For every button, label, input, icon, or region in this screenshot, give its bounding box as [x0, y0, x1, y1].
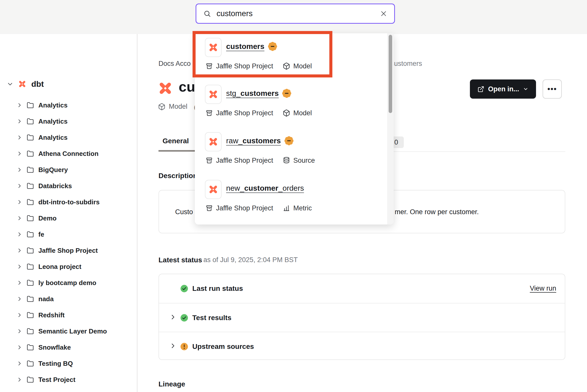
- sidebar-project-item[interactable]: UI refresh project: [0, 388, 137, 392]
- result-icon-box: [205, 85, 222, 104]
- sidebar-project-label: Databricks: [38, 182, 72, 190]
- chevron-right-icon[interactable]: [17, 296, 22, 302]
- tab-general[interactable]: General: [163, 137, 189, 145]
- sidebar-project-item[interactable]: BigQuery: [0, 162, 137, 178]
- global-search-box[interactable]: [196, 4, 395, 24]
- result-name[interactable]: raw_customers: [226, 136, 281, 145]
- search-results-dropdown: customers: [195, 33, 394, 225]
- sidebar-project-label: Analytics: [38, 101, 68, 109]
- sidebar-project-item[interactable]: Analytics: [0, 129, 137, 146]
- description-heading: Description: [158, 172, 197, 180]
- chevron-right-icon[interactable]: [17, 248, 22, 253]
- folder-icon: [27, 263, 34, 270]
- chevron-down-icon: [523, 86, 528, 92]
- search-input[interactable]: [217, 9, 375, 18]
- sidebar-project-label: BigQuery: [38, 166, 68, 174]
- open-in-label: Open in...: [488, 85, 519, 93]
- upstream-sources-row[interactable]: Upstream sources: [159, 332, 565, 360]
- latest-status-timestamp: as of Jul 9, 2025, 2:04 PM BST: [203, 256, 298, 264]
- folder-icon: [27, 279, 34, 286]
- sidebar-project-item[interactable]: Analytics: [0, 97, 137, 113]
- chevron-right-icon[interactable]: [17, 328, 22, 334]
- sidebar-project-item[interactable]: Leona project: [0, 259, 137, 275]
- result-name[interactable]: new_customer_orders: [226, 184, 304, 192]
- tree-root-dbt[interactable]: dbt: [7, 76, 44, 92]
- clear-search-icon[interactable]: [380, 10, 387, 17]
- result-name[interactable]: customers: [226, 42, 264, 51]
- result-name[interactable]: stg_customers: [226, 89, 279, 98]
- sidebar-project-item[interactable]: fe: [0, 226, 137, 242]
- chevron-right-icon[interactable]: [17, 361, 22, 366]
- sidebar-project-item[interactable]: Test Project: [0, 372, 137, 388]
- sidebar-project-label: Snowflake: [38, 344, 71, 351]
- result-title-link[interactable]: raw_customers: [226, 136, 294, 145]
- sidebar-project-label: Test Project: [38, 376, 75, 384]
- dbt-logo-icon: [208, 89, 219, 100]
- sidebar-project-label: Redshift: [38, 311, 65, 319]
- folder-icon: [27, 344, 34, 351]
- result-project-label: Jaffle Shop Project: [216, 62, 273, 70]
- search-result-item[interactable]: stg_customers: [195, 80, 387, 127]
- sidebar-project-label: Testing BQ: [38, 360, 73, 368]
- sidebar-project-item[interactable]: Analytics: [0, 113, 137, 129]
- result-title-link[interactable]: new_customer_orders: [226, 184, 304, 192]
- chevron-right-icon[interactable]: [170, 314, 176, 320]
- chevron-right-icon[interactable]: [17, 215, 22, 221]
- search-result-item[interactable]: customers: [195, 33, 387, 80]
- sidebar-project-label: Athena Connection: [38, 150, 98, 158]
- chevron-right-icon[interactable]: [17, 199, 22, 205]
- latest-status-card: Last run status View run Test results: [158, 274, 565, 360]
- result-title-link[interactable]: customers: [226, 42, 277, 51]
- dropdown-scrollbar-thumb[interactable]: [389, 35, 392, 113]
- chevron-right-icon[interactable]: [17, 102, 22, 108]
- result-project-label: Jaffle Shop Project: [216, 157, 273, 164]
- search-result-item[interactable]: raw_customers: [195, 128, 387, 174]
- sidebar-project-item[interactable]: Semantic Layer Demo: [0, 323, 137, 339]
- open-in-button[interactable]: Open in...: [470, 79, 536, 99]
- sidebar-project-item[interactable]: Jaffle Shop Project: [0, 242, 137, 259]
- dropdown-scrollbar-track[interactable]: [387, 33, 394, 225]
- chevron-right-icon[interactable]: [17, 167, 22, 173]
- result-type-label: Source: [293, 157, 315, 164]
- chevron-right-icon[interactable]: [17, 151, 22, 156]
- chevron-right-icon[interactable]: [17, 119, 22, 124]
- breadcrumb[interactable]: Docs Acco: [158, 60, 191, 68]
- sidebar-project-item[interactable]: Databricks: [0, 178, 137, 194]
- source-database-icon: [283, 157, 290, 164]
- folder-icon: [27, 182, 34, 189]
- sidebar-project-label: Semantic Layer Demo: [38, 327, 107, 335]
- chevron-right-icon[interactable]: [170, 343, 176, 349]
- chevron-right-icon[interactable]: [17, 345, 22, 350]
- sidebar-project-item[interactable]: dbt-intro-to-subdirs: [0, 194, 137, 210]
- last-run-status-row: Last run status View run: [159, 274, 565, 303]
- chevron-right-icon[interactable]: [17, 377, 22, 382]
- external-link-icon: [477, 86, 484, 93]
- chevron-right-icon[interactable]: [17, 183, 22, 189]
- chevron-right-icon[interactable]: [17, 264, 22, 269]
- chevron-right-icon[interactable]: [17, 312, 22, 318]
- test-results-row[interactable]: Test results: [159, 303, 565, 332]
- sidebar-project-item[interactable]: ly bootcamp demo: [0, 275, 137, 291]
- project-archive-icon: [205, 204, 213, 212]
- sidebar-project-item[interactable]: Snowflake: [0, 339, 137, 355]
- sidebar-project-item[interactable]: Redshift: [0, 307, 137, 323]
- more-actions-button[interactable]: •••: [543, 79, 562, 99]
- chevron-right-icon[interactable]: [17, 280, 22, 286]
- folder-icon: [27, 231, 34, 238]
- active-tab-underline: [158, 150, 199, 152]
- test-results-label: Test results: [192, 314, 231, 322]
- folder-icon: [27, 166, 34, 173]
- result-title-link[interactable]: stg_customers: [226, 89, 291, 98]
- chevron-down-icon[interactable]: [7, 81, 13, 87]
- sidebar-project-item[interactable]: Testing BQ: [0, 355, 137, 372]
- chevron-right-icon[interactable]: [17, 232, 22, 237]
- search-result-item[interactable]: new_customer_orders Jaffle Shop Project: [195, 175, 387, 224]
- view-run-link[interactable]: View run: [530, 285, 556, 292]
- dbt-logo-icon: [208, 184, 219, 195]
- folder-icon: [27, 328, 34, 335]
- latest-status-heading: Latest status: [158, 256, 202, 264]
- sidebar-project-item[interactable]: Athena Connection: [0, 146, 137, 162]
- sidebar-project-item[interactable]: Demo: [0, 210, 137, 226]
- chevron-right-icon[interactable]: [17, 135, 22, 140]
- sidebar-project-item[interactable]: nada: [0, 291, 137, 307]
